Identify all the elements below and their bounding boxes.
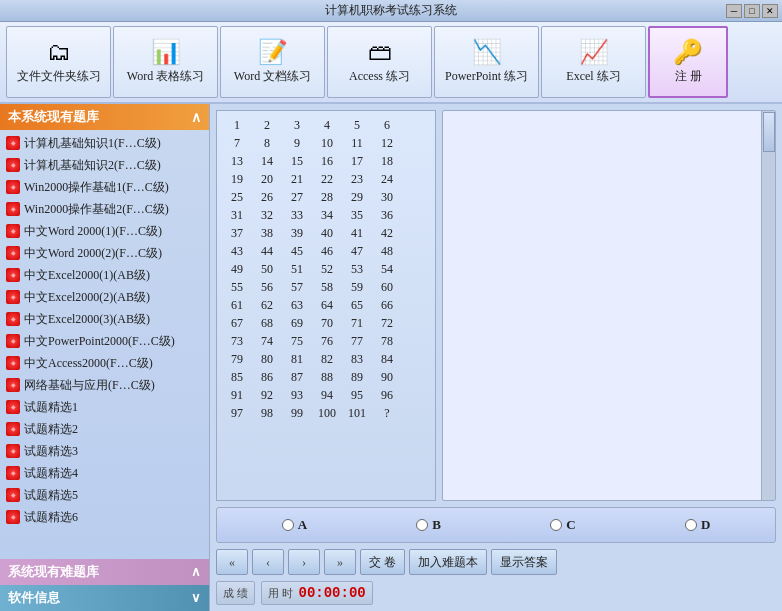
grid-cell[interactable]: 89 bbox=[343, 369, 371, 386]
grid-cell[interactable]: 62 bbox=[253, 297, 281, 314]
sidebar-item[interactable]: 中文Word 2000(1)(F…C级) bbox=[0, 220, 209, 242]
grid-cell[interactable]: 38 bbox=[253, 225, 281, 242]
minimize-button[interactable]: ─ bbox=[726, 4, 742, 18]
grid-cell[interactable]: 98 bbox=[253, 405, 281, 422]
grid-cell[interactable]: 66 bbox=[373, 297, 401, 314]
grid-cell[interactable]: 6 bbox=[373, 117, 401, 134]
grid-cell[interactable]: 87 bbox=[283, 369, 311, 386]
word-doc-button[interactable]: 📝 Word 文档练习 bbox=[220, 26, 325, 98]
grid-cell[interactable]: 26 bbox=[253, 189, 281, 206]
grid-cell[interactable]: 93 bbox=[283, 387, 311, 404]
option-c[interactable]: C bbox=[550, 517, 575, 533]
grid-cell[interactable]: 24 bbox=[373, 171, 401, 188]
grid-cell[interactable]: 46 bbox=[313, 243, 341, 260]
grid-cell[interactable]: 61 bbox=[223, 297, 251, 314]
grid-cell[interactable]: 23 bbox=[343, 171, 371, 188]
grid-cell[interactable]: 71 bbox=[343, 315, 371, 332]
excel-button[interactable]: 📈 Excel 练习 bbox=[541, 26, 646, 98]
grid-cell[interactable]: 86 bbox=[253, 369, 281, 386]
grid-cell[interactable]: 76 bbox=[313, 333, 341, 350]
grid-cell[interactable]: 88 bbox=[313, 369, 341, 386]
grid-cell[interactable]: 15 bbox=[283, 153, 311, 170]
grid-cell[interactable]: 52 bbox=[313, 261, 341, 278]
grid-cell[interactable]: 51 bbox=[283, 261, 311, 278]
question-bank-header[interactable]: 本系统现有题库 ∧ bbox=[0, 104, 209, 130]
grid-cell[interactable]: 91 bbox=[223, 387, 251, 404]
grid-cell[interactable]: 43 bbox=[223, 243, 251, 260]
question-scrollbar[interactable] bbox=[761, 111, 775, 500]
grid-cell[interactable]: 65 bbox=[343, 297, 371, 314]
grid-cell[interactable]: 17 bbox=[343, 153, 371, 170]
prev-button[interactable]: ‹ bbox=[252, 549, 284, 575]
sidebar-item[interactable]: 试题精选3 bbox=[0, 440, 209, 462]
sidebar-item[interactable]: 试题精选6 bbox=[0, 506, 209, 528]
grid-cell[interactable]: 32 bbox=[253, 207, 281, 224]
close-button[interactable]: ✕ bbox=[762, 4, 778, 18]
grid-cell[interactable]: 33 bbox=[283, 207, 311, 224]
sidebar-item[interactable]: Win2000操作基础1(F…C级) bbox=[0, 176, 209, 198]
access-button[interactable]: 🗃 Access 练习 bbox=[327, 26, 432, 98]
grid-cell[interactable]: 60 bbox=[373, 279, 401, 296]
grid-cell[interactable]: 2 bbox=[253, 117, 281, 134]
sidebar-item[interactable]: 试题精选1 bbox=[0, 396, 209, 418]
grid-cell[interactable]: 73 bbox=[223, 333, 251, 350]
grid-cell[interactable]: 78 bbox=[373, 333, 401, 350]
grid-cell[interactable]: 7 bbox=[223, 135, 251, 152]
grid-cell[interactable]: 54 bbox=[373, 261, 401, 278]
grid-cell[interactable]: 95 bbox=[343, 387, 371, 404]
grid-cell[interactable]: 64 bbox=[313, 297, 341, 314]
sidebar-item[interactable]: 中文Excel2000(1)(AB级) bbox=[0, 264, 209, 286]
grid-cell[interactable]: 5 bbox=[343, 117, 371, 134]
grid-cell[interactable]: 29 bbox=[343, 189, 371, 206]
radio-d[interactable] bbox=[685, 519, 697, 531]
grid-cell[interactable]: 100 bbox=[313, 405, 341, 422]
grid-cell[interactable]: 20 bbox=[253, 171, 281, 188]
powerpoint-button[interactable]: 📉 PowerPoint 练习 bbox=[434, 26, 539, 98]
show-answer-button[interactable]: 显示答案 bbox=[491, 549, 557, 575]
grid-cell[interactable]: 82 bbox=[313, 351, 341, 368]
radio-a[interactable] bbox=[282, 519, 294, 531]
grid-cell[interactable]: 63 bbox=[283, 297, 311, 314]
grid-cell[interactable]: 96 bbox=[373, 387, 401, 404]
grid-cell[interactable]: 77 bbox=[343, 333, 371, 350]
grid-cell[interactable]: 90 bbox=[373, 369, 401, 386]
grid-cell[interactable]: 56 bbox=[253, 279, 281, 296]
grid-cell[interactable]: 72 bbox=[373, 315, 401, 332]
grid-cell[interactable]: 42 bbox=[373, 225, 401, 242]
option-d[interactable]: D bbox=[685, 517, 710, 533]
grid-cell[interactable]: 9 bbox=[283, 135, 311, 152]
sidebar-item[interactable]: 试题精选5 bbox=[0, 484, 209, 506]
grid-cell[interactable]: 99 bbox=[283, 405, 311, 422]
grid-cell[interactable]: 59 bbox=[343, 279, 371, 296]
option-b[interactable]: B bbox=[416, 517, 441, 533]
first-button[interactable]: « bbox=[216, 549, 248, 575]
grid-cell[interactable]: 83 bbox=[343, 351, 371, 368]
grid-cell[interactable]: 18 bbox=[373, 153, 401, 170]
sidebar-item[interactable]: Win2000操作基础2(F…C级) bbox=[0, 198, 209, 220]
grid-cell[interactable]: 36 bbox=[373, 207, 401, 224]
grid-cell[interactable]: 48 bbox=[373, 243, 401, 260]
grid-cell[interactable]: 49 bbox=[223, 261, 251, 278]
grid-cell[interactable]: 39 bbox=[283, 225, 311, 242]
grid-cell[interactable]: 58 bbox=[313, 279, 341, 296]
word-table-button[interactable]: 📊 Word 表格练习 bbox=[113, 26, 218, 98]
sidebar-item[interactable]: 试题精选4 bbox=[0, 462, 209, 484]
grid-cell[interactable]: 31 bbox=[223, 207, 251, 224]
grid-cell[interactable]: 22 bbox=[313, 171, 341, 188]
grid-cell[interactable]: 81 bbox=[283, 351, 311, 368]
grid-cell[interactable]: 21 bbox=[283, 171, 311, 188]
sidebar-item[interactable]: 计算机基础知识2(F…C级) bbox=[0, 154, 209, 176]
grid-cell[interactable]: 68 bbox=[253, 315, 281, 332]
sidebar-item[interactable]: 中文Excel2000(2)(AB级) bbox=[0, 286, 209, 308]
grid-cell[interactable]: 69 bbox=[283, 315, 311, 332]
add-hard-button[interactable]: 加入难题本 bbox=[409, 549, 487, 575]
grid-cell[interactable]: 92 bbox=[253, 387, 281, 404]
grid-cell[interactable]: 4 bbox=[313, 117, 341, 134]
grid-cell[interactable]: 101 bbox=[343, 405, 371, 422]
maximize-button[interactable]: □ bbox=[744, 4, 760, 18]
grid-cell[interactable]: 3 bbox=[283, 117, 311, 134]
grid-cell[interactable]: 74 bbox=[253, 333, 281, 350]
next-button[interactable]: › bbox=[288, 549, 320, 575]
grid-cell[interactable]: 80 bbox=[253, 351, 281, 368]
sidebar-item[interactable]: 网络基础与应用(F…C级) bbox=[0, 374, 209, 396]
